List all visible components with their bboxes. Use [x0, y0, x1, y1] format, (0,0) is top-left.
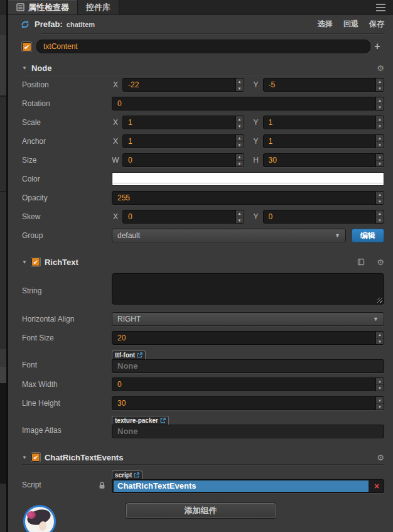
axis-label-y: Y [252, 118, 260, 127]
row-font: Font ttf-font None [8, 347, 393, 375]
inspector-icon [16, 3, 24, 11]
stepper-icon[interactable]: ▲▼ [375, 192, 384, 204]
axis-label-y: Y [252, 80, 260, 89]
scale-x-input[interactable]: ▲▼ [122, 116, 244, 129]
row-label: Font [22, 361, 37, 369]
tab-property-inspector[interactable]: 属性检查器 [8, 0, 78, 14]
stepper-icon[interactable]: ▲▼ [235, 79, 244, 91]
opacity-input[interactable]: ▲▼ [112, 191, 384, 205]
gear-icon[interactable]: ⚙ [377, 453, 384, 462]
collapse-arrow-icon[interactable]: ▼ [22, 65, 27, 71]
prefab-revert-button[interactable]: 回退 [343, 19, 358, 30]
divider [41, 33, 384, 34]
axis-label-h: H [252, 156, 260, 165]
stepper-icon[interactable]: ▲▼ [375, 116, 384, 129]
stepper-icon[interactable]: ▲▼ [235, 135, 244, 148]
row-label: Horizontal Align [22, 315, 74, 323]
help-docs-icon[interactable] [357, 258, 365, 266]
node-section-header: ▼ Node ⚙ [8, 61, 393, 75]
stepper-icon[interactable]: ▲▼ [375, 135, 384, 148]
anchor-y-input[interactable]: ▲▼ [263, 134, 385, 148]
row-label: Image Atlas [22, 426, 62, 435]
section-title: Node [31, 63, 52, 73]
node-name-input[interactable] [36, 40, 370, 53]
size-w-input[interactable]: ▲▼ [122, 153, 244, 167]
asset-type-chip[interactable]: texture-packer [112, 416, 169, 425]
stepper-icon[interactable]: ▲▼ [375, 97, 384, 110]
row-color: Color [8, 170, 393, 188]
font-asset-field[interactable]: None [112, 359, 384, 373]
position-y-input[interactable]: ▲▼ [263, 78, 385, 92]
section-title: RichText [45, 258, 78, 267]
tab-label: 属性检查器 [28, 2, 69, 13]
richtext-enabled-checkbox[interactable]: ✔ [31, 258, 40, 266]
row-horizontal-align: Horizontal Align RIGHT ▼ [8, 310, 393, 328]
gear-icon[interactable]: ⚙ [377, 258, 384, 266]
collapse-arrow-icon[interactable]: ▼ [22, 259, 27, 265]
stepper-icon[interactable]: ▲▼ [375, 378, 384, 391]
size-h-input[interactable]: ▲▼ [263, 153, 385, 167]
add-icon[interactable]: + [370, 41, 384, 52]
anchor-x-input[interactable]: ▲▼ [122, 134, 244, 148]
position-x-input[interactable]: ▲▼ [122, 78, 244, 92]
tab-label: 控件库 [86, 2, 110, 13]
row-label: Rotation [22, 99, 50, 108]
stepper-icon[interactable]: ▲▼ [375, 397, 384, 410]
prefab-select-button[interactable]: 选择 [318, 19, 333, 30]
row-label: Font Size [22, 334, 54, 342]
collapse-arrow-icon[interactable]: ▼ [22, 455, 27, 460]
row-anchor: Anchor X ▲▼ Y ▲▼ [8, 132, 393, 151]
property-inspector-panel: 属性检查器 控件库 Prefab: chatItem 选择 回退 保存 ✔ [8, 0, 393, 532]
max-width-input[interactable]: ▲▼ [112, 377, 384, 391]
skew-x-input[interactable]: ▲▼ [122, 210, 244, 224]
line-height-input[interactable]: ▲▼ [112, 396, 384, 410]
row-label: Script [22, 480, 41, 489]
row-label: Group [22, 231, 43, 240]
stepper-icon[interactable]: ▲▼ [375, 154, 384, 166]
stepper-icon[interactable]: ▲▼ [235, 210, 244, 223]
stepper-icon[interactable]: ▲▼ [235, 154, 244, 166]
row-script: Script script ChatRichTextEvents × [8, 465, 393, 495]
stepper-icon[interactable]: ▲▼ [375, 332, 384, 344]
rotation-input[interactable]: ▲▼ [112, 97, 384, 111]
tab-widget-library[interactable]: 控件库 [78, 0, 119, 14]
prefab-save-button[interactable]: 保存 [369, 19, 384, 30]
row-label: Skew [22, 212, 40, 221]
row-label: Scale [22, 118, 41, 127]
stepper-icon[interactable]: ▲▼ [235, 116, 244, 129]
axis-label-w: W [112, 156, 119, 165]
gear-icon[interactable]: ⚙ [377, 64, 384, 72]
prefab-sync-icon [21, 20, 30, 29]
row-label: Color [22, 175, 40, 183]
prefab-label: Prefab: [35, 19, 63, 29]
panel-menu-icon[interactable] [369, 0, 393, 14]
asset-type-chip[interactable]: script [112, 470, 143, 479]
string-textarea[interactable] [112, 273, 384, 305]
richtext-section-header: ▼ ✔ RichText ⚙ [8, 255, 393, 269]
asset-type-chip[interactable]: ttf-font [112, 350, 146, 359]
row-line-height: Line Height ▲▼ [8, 394, 393, 413]
stepper-icon[interactable]: ▲▼ [375, 210, 384, 223]
remove-icon[interactable]: × [370, 480, 384, 492]
lock-icon [99, 481, 105, 489]
horizontal-align-dropdown[interactable]: RIGHT ▼ [112, 312, 384, 326]
group-edit-button[interactable]: 编辑 [352, 229, 384, 242]
stepper-icon[interactable]: ▲▼ [375, 79, 384, 91]
image-atlas-asset-field[interactable]: None [112, 425, 384, 438]
font-size-input[interactable]: ▲▼ [112, 331, 384, 345]
axis-label-x: X [112, 80, 119, 89]
external-link-icon [160, 418, 166, 423]
skew-y-input[interactable]: ▲▼ [263, 210, 385, 224]
tab-bar: 属性检查器 控件库 [8, 0, 393, 15]
group-dropdown[interactable]: default ▼ [112, 229, 346, 242]
axis-label-x: X [112, 118, 119, 127]
add-component-button[interactable]: 添加组件 [126, 503, 276, 518]
color-swatch[interactable] [112, 172, 384, 186]
row-label: Opacity [22, 193, 48, 202]
row-scale: Scale X ▲▼ Y ▲▼ [8, 113, 393, 132]
node-active-checkbox[interactable]: ✔ [22, 42, 31, 52]
axis-label-y: Y [252, 137, 260, 146]
chat-events-enabled-checkbox[interactable]: ✔ [31, 453, 40, 462]
script-asset-field[interactable]: ChatRichTextEvents × [112, 479, 384, 493]
scale-y-input[interactable]: ▲▼ [263, 116, 385, 129]
